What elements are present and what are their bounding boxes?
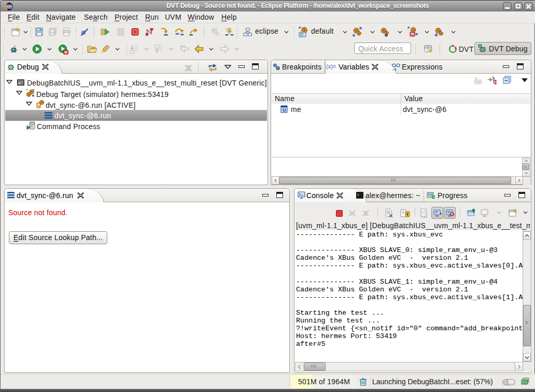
svg-text:U: U: [283, 107, 286, 113]
svg-text:x: x: [392, 68, 394, 71]
